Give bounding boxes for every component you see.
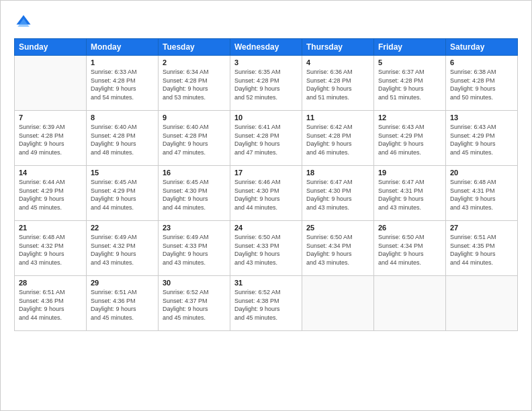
weekday-header: Sunday — [15, 39, 87, 56]
day-info: Sunrise: 6:39 AM Sunset: 4:28 PM Dayligh… — [19, 123, 82, 156]
calendar-week: 28Sunrise: 6:51 AM Sunset: 4:36 PM Dayli… — [15, 276, 518, 331]
day-info: Sunrise: 6:49 AM Sunset: 4:32 PM Dayligh… — [91, 233, 154, 267]
weekday-header: Wednesday — [230, 39, 302, 56]
calendar-cell: 4Sunrise: 6:36 AM Sunset: 4:28 PM Daylig… — [302, 56, 374, 111]
day-info: Sunrise: 6:47 AM Sunset: 4:30 PM Dayligh… — [306, 178, 369, 212]
day-number: 1 — [91, 58, 154, 66]
calendar-cell — [302, 276, 374, 331]
calendar-cell: 19Sunrise: 6:47 AM Sunset: 4:31 PM Dayli… — [374, 166, 446, 221]
day-info: Sunrise: 6:43 AM Sunset: 4:29 PM Dayligh… — [450, 123, 513, 156]
calendar-header: SundayMondayTuesdayWednesdayThursdayFrid… — [15, 39, 518, 56]
calendar-cell: 20Sunrise: 6:48 AM Sunset: 4:31 PM Dayli… — [446, 166, 518, 221]
day-info: Sunrise: 6:45 AM Sunset: 4:30 PM Dayligh… — [163, 178, 226, 212]
day-number: 4 — [306, 58, 369, 66]
calendar-cell: 31Sunrise: 6:52 AM Sunset: 4:38 PM Dayli… — [230, 276, 302, 331]
day-info: Sunrise: 6:51 AM Sunset: 4:36 PM Dayligh… — [91, 288, 154, 322]
calendar-cell: 26Sunrise: 6:50 AM Sunset: 4:34 PM Dayli… — [374, 221, 446, 276]
page: SundayMondayTuesdayWednesdayThursdayFrid… — [0, 0, 532, 411]
calendar-cell: 15Sunrise: 6:45 AM Sunset: 4:29 PM Dayli… — [87, 166, 159, 221]
weekday-header: Thursday — [302, 39, 374, 56]
calendar-cell: 9Sunrise: 6:40 AM Sunset: 4:28 PM Daylig… — [159, 111, 230, 166]
day-number: 3 — [234, 58, 298, 66]
day-info: Sunrise: 6:41 AM Sunset: 4:28 PM Dayligh… — [234, 123, 298, 156]
day-number: 6 — [450, 58, 513, 66]
day-info: Sunrise: 6:50 AM Sunset: 4:34 PM Dayligh… — [378, 233, 441, 267]
calendar-cell: 2Sunrise: 6:34 AM Sunset: 4:28 PM Daylig… — [159, 56, 230, 111]
calendar-week: 14Sunrise: 6:44 AM Sunset: 4:29 PM Dayli… — [15, 166, 518, 221]
weekday-header: Monday — [87, 39, 159, 56]
day-number: 13 — [450, 113, 513, 122]
calendar-cell: 24Sunrise: 6:50 AM Sunset: 4:33 PM Dayli… — [230, 221, 302, 276]
day-info: Sunrise: 6:52 AM Sunset: 4:38 PM Dayligh… — [234, 288, 298, 322]
day-number: 29 — [91, 279, 154, 287]
day-info: Sunrise: 6:36 AM Sunset: 4:28 PM Dayligh… — [306, 68, 369, 101]
logo-icon — [14, 13, 33, 32]
calendar-cell: 14Sunrise: 6:44 AM Sunset: 4:29 PM Dayli… — [15, 166, 87, 221]
calendar-cell — [446, 276, 518, 331]
calendar-body: 1Sunrise: 6:33 AM Sunset: 4:28 PM Daylig… — [15, 56, 518, 331]
logo — [14, 13, 36, 32]
day-number: 2 — [163, 58, 226, 66]
calendar-cell: 25Sunrise: 6:50 AM Sunset: 4:34 PM Dayli… — [302, 221, 374, 276]
calendar-cell — [15, 56, 87, 111]
day-info: Sunrise: 6:45 AM Sunset: 4:29 PM Dayligh… — [91, 178, 154, 212]
calendar-cell: 29Sunrise: 6:51 AM Sunset: 4:36 PM Dayli… — [87, 276, 159, 331]
day-number: 18 — [306, 169, 369, 177]
day-info: Sunrise: 6:40 AM Sunset: 4:28 PM Dayligh… — [91, 123, 154, 156]
day-info: Sunrise: 6:42 AM Sunset: 4:28 PM Dayligh… — [306, 123, 369, 156]
calendar-cell: 1Sunrise: 6:33 AM Sunset: 4:28 PM Daylig… — [87, 56, 159, 111]
day-number: 14 — [19, 169, 82, 177]
day-number: 21 — [19, 224, 82, 232]
calendar-cell: 12Sunrise: 6:43 AM Sunset: 4:29 PM Dayli… — [374, 111, 446, 166]
calendar-cell: 21Sunrise: 6:48 AM Sunset: 4:32 PM Dayli… — [15, 221, 87, 276]
day-number: 8 — [91, 113, 154, 122]
weekday-header: Saturday — [446, 39, 518, 56]
day-number: 27 — [450, 224, 513, 232]
day-number: 17 — [234, 169, 298, 177]
day-number: 26 — [378, 224, 441, 232]
calendar-cell: 30Sunrise: 6:52 AM Sunset: 4:37 PM Dayli… — [159, 276, 230, 331]
day-number: 12 — [378, 113, 441, 122]
calendar-cell: 6Sunrise: 6:38 AM Sunset: 4:28 PM Daylig… — [446, 56, 518, 111]
day-info: Sunrise: 6:34 AM Sunset: 4:28 PM Dayligh… — [163, 68, 226, 101]
calendar-cell: 13Sunrise: 6:43 AM Sunset: 4:29 PM Dayli… — [446, 111, 518, 166]
day-number: 16 — [163, 169, 226, 177]
day-number: 31 — [234, 279, 298, 287]
calendar-cell: 11Sunrise: 6:42 AM Sunset: 4:28 PM Dayli… — [302, 111, 374, 166]
weekday-row: SundayMondayTuesdayWednesdayThursdayFrid… — [15, 39, 518, 56]
day-number: 25 — [306, 224, 369, 232]
calendar-cell: 3Sunrise: 6:35 AM Sunset: 4:28 PM Daylig… — [230, 56, 302, 111]
calendar-cell: 18Sunrise: 6:47 AM Sunset: 4:30 PM Dayli… — [302, 166, 374, 221]
weekday-header: Tuesday — [159, 39, 230, 56]
calendar-week: 1Sunrise: 6:33 AM Sunset: 4:28 PM Daylig… — [15, 56, 518, 111]
calendar-cell: 7Sunrise: 6:39 AM Sunset: 4:28 PM Daylig… — [15, 111, 87, 166]
day-info: Sunrise: 6:48 AM Sunset: 4:32 PM Dayligh… — [19, 233, 82, 267]
day-info: Sunrise: 6:33 AM Sunset: 4:28 PM Dayligh… — [91, 68, 154, 101]
calendar-cell: 16Sunrise: 6:45 AM Sunset: 4:30 PM Dayli… — [159, 166, 230, 221]
day-info: Sunrise: 6:37 AM Sunset: 4:28 PM Dayligh… — [378, 68, 441, 101]
day-number: 11 — [306, 113, 369, 122]
day-info: Sunrise: 6:40 AM Sunset: 4:28 PM Dayligh… — [163, 123, 226, 156]
calendar-week: 21Sunrise: 6:48 AM Sunset: 4:32 PM Dayli… — [15, 221, 518, 276]
day-info: Sunrise: 6:47 AM Sunset: 4:31 PM Dayligh… — [378, 178, 441, 212]
day-info: Sunrise: 6:52 AM Sunset: 4:37 PM Dayligh… — [163, 288, 226, 322]
calendar-week: 7Sunrise: 6:39 AM Sunset: 4:28 PM Daylig… — [15, 111, 518, 166]
weekday-header: Friday — [374, 39, 446, 56]
day-info: Sunrise: 6:46 AM Sunset: 4:30 PM Dayligh… — [234, 178, 298, 212]
day-info: Sunrise: 6:38 AM Sunset: 4:28 PM Dayligh… — [450, 68, 513, 101]
day-number: 5 — [378, 58, 441, 66]
calendar-cell: 10Sunrise: 6:41 AM Sunset: 4:28 PM Dayli… — [230, 111, 302, 166]
day-number: 22 — [91, 224, 154, 232]
day-number: 10 — [234, 113, 298, 122]
calendar-cell: 23Sunrise: 6:49 AM Sunset: 4:33 PM Dayli… — [159, 221, 230, 276]
day-info: Sunrise: 6:49 AM Sunset: 4:33 PM Dayligh… — [163, 233, 226, 267]
header — [14, 13, 518, 32]
day-number: 15 — [91, 169, 154, 177]
calendar-cell: 5Sunrise: 6:37 AM Sunset: 4:28 PM Daylig… — [374, 56, 446, 111]
day-info: Sunrise: 6:50 AM Sunset: 4:34 PM Dayligh… — [306, 233, 369, 267]
calendar-cell: 17Sunrise: 6:46 AM Sunset: 4:30 PM Dayli… — [230, 166, 302, 221]
calendar-cell: 28Sunrise: 6:51 AM Sunset: 4:36 PM Dayli… — [15, 276, 87, 331]
day-info: Sunrise: 6:50 AM Sunset: 4:33 PM Dayligh… — [234, 233, 298, 267]
day-info: Sunrise: 6:51 AM Sunset: 4:35 PM Dayligh… — [450, 233, 513, 267]
day-number: 19 — [378, 169, 441, 177]
